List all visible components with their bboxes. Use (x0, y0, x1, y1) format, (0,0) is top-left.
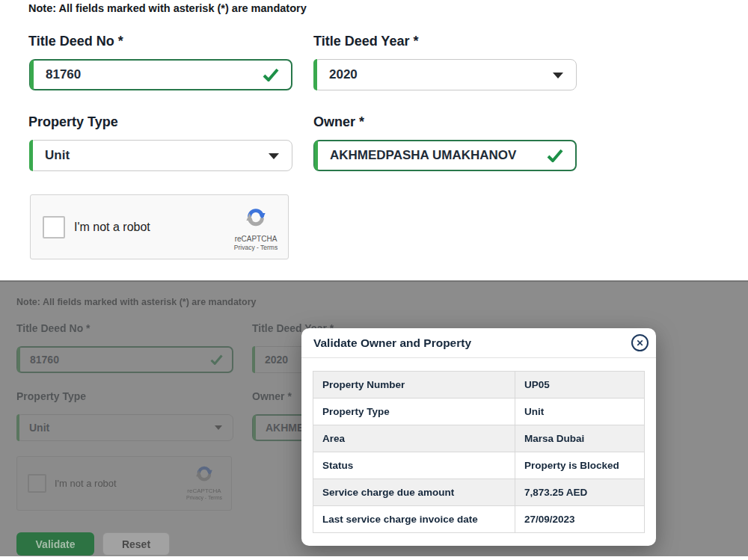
validate-modal: Validate Owner and Property ✕ Property N… (301, 328, 656, 546)
title-deed-no-input[interactable]: 81760 (29, 59, 292, 90)
row-value: UP05 (515, 372, 644, 398)
recaptcha-label: I'm not a robot (74, 221, 150, 234)
row-label: Service charge due amount (313, 479, 515, 505)
title-deed-year-value: 2020 (329, 67, 358, 82)
recaptcha-brand-text: reCAPTCHA (232, 235, 280, 243)
property-type-select[interactable]: Unit (29, 140, 292, 171)
form-section: Note: All fields marked with asterisk (*… (0, 0, 748, 280)
recaptcha-logo: reCAPTCHA Privacy - Terms (232, 206, 280, 251)
page: Note: All fields marked with asterisk (*… (0, 0, 748, 560)
field-accent (30, 60, 34, 90)
title-deed-no-value: 81760 (46, 67, 81, 82)
dimmed-form-section: Note: All fields marked with asterisk (*… (0, 280, 748, 556)
row-value: Property is Blocked (515, 452, 644, 479)
validate-button[interactable]: Validate (16, 532, 94, 556)
property-type-value: Unit (45, 148, 70, 163)
owner-label: Owner * (313, 114, 364, 130)
property-details-table: Property Number UP05 Property Type Unit … (313, 371, 645, 533)
title-deed-no-label: Title Deed No * (28, 34, 123, 49)
owner-input[interactable]: AKHMEDPASHA UMAKHANOV (313, 140, 577, 171)
valid-check-icon (547, 149, 563, 162)
reset-button[interactable]: Reset (102, 532, 170, 556)
field-accent (29, 140, 33, 171)
recaptcha-checkbox[interactable] (43, 216, 65, 239)
table-row: Last service charge invoice date 27/09/2… (313, 506, 645, 533)
table-row: Status Property is Blocked (313, 452, 645, 479)
recaptcha-links[interactable]: Privacy - Terms (232, 244, 280, 251)
chevron-down-icon (553, 73, 563, 79)
table-row: Property Type Unit (313, 399, 645, 425)
row-label: Area (313, 425, 515, 452)
title-deed-year-label: Title Deed Year * (313, 34, 418, 49)
field-accent (314, 141, 318, 170)
close-icon[interactable]: ✕ (631, 334, 649, 351)
recaptcha-widget: I'm not a robot reCAPTCHA Privacy - Term… (30, 194, 289, 259)
table-row: Area Marsa Dubai (313, 425, 645, 452)
modal-header: Validate Owner and Property ✕ (301, 328, 656, 358)
recaptcha-icon (245, 206, 266, 227)
chevron-down-icon (269, 153, 279, 159)
row-value: Unit (515, 399, 644, 425)
row-value: 7,873.25 AED (515, 479, 644, 505)
property-type-label: Property Type (28, 114, 118, 130)
row-value: 27/09/2023 (515, 506, 644, 532)
row-label: Property Type (313, 399, 515, 425)
row-value: Marsa Dubai (515, 425, 644, 452)
mandatory-note: Note: All fields marked with asterisk (*… (28, 2, 307, 14)
field-accent (313, 59, 317, 90)
owner-value: AKHMEDPASHA UMAKHANOV (330, 148, 516, 163)
modal-title: Validate Owner and Property (313, 336, 471, 350)
valid-check-icon (263, 68, 279, 81)
row-label: Last service charge invoice date (313, 506, 515, 532)
row-label: Property Number (313, 372, 515, 398)
title-deed-year-select[interactable]: 2020 (313, 59, 577, 90)
table-row: Property Number UP05 (313, 372, 645, 399)
row-label: Status (313, 452, 515, 479)
table-row: Service charge due amount 7,873.25 AED (313, 479, 645, 506)
